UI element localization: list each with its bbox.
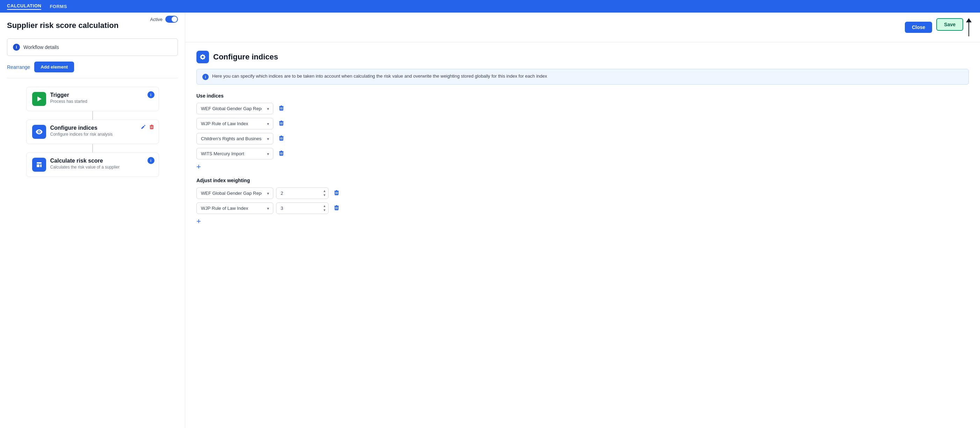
use-indices-title: Use indices — [196, 93, 969, 99]
nav-forms[interactable]: FORMS — [49, 4, 67, 9]
add-element-button[interactable]: Add element — [34, 62, 74, 72]
index-row-2: WEF Global Gender Gap Report WJP Rule of… — [196, 118, 969, 129]
weight-down-2[interactable]: ▼ — [322, 208, 327, 212]
main-layout: Supplier risk score calculation Active i… — [0, 13, 980, 428]
info-banner-text: Here you can specify which indices are t… — [212, 73, 547, 79]
weight-spinner-2: ▲ ▼ — [322, 204, 327, 212]
add-index-button[interactable]: + — [196, 163, 201, 171]
workflow-info-icon: i — [13, 44, 20, 51]
step-calculate: Calculate risk score Calculates the risk… — [26, 152, 159, 177]
close-button[interactable]: Close — [905, 22, 932, 33]
index-row-3: WEF Global Gender Gap Report WJP Rule of… — [196, 133, 969, 144]
active-label: Active — [150, 17, 162, 22]
index-row-1: WEF Global Gender Gap Report WJP Rule of… — [196, 103, 969, 114]
weight-input-2[interactable] — [276, 203, 329, 214]
right-content: Configure indices i Here you can specify… — [185, 42, 980, 241]
index-row-4: WEF Global Gender Gap Report WJP Rule of… — [196, 148, 969, 160]
trigger-info-icon[interactable]: i — [148, 91, 154, 98]
index-select-3[interactable]: WEF Global Gender Gap Report WJP Rule of… — [196, 133, 273, 144]
configure-actions — [140, 124, 154, 131]
weight-up-1[interactable]: ▲ — [322, 189, 327, 193]
configure-title: Configure indices — [50, 125, 153, 131]
weight-select-wrapper-2: WEF Global Gender Gap Report WJP Rule of… — [196, 203, 273, 214]
index-select-2[interactable]: WEF Global Gender Gap Report WJP Rule of… — [196, 118, 273, 129]
connector-1 — [92, 111, 93, 120]
weight-down-1[interactable]: ▼ — [322, 193, 327, 197]
weight-select-1[interactable]: WEF Global Gender Gap Report WJP Rule of… — [196, 187, 273, 199]
index-select-wrapper-2: WEF Global Gender Gap Report WJP Rule of… — [196, 118, 273, 129]
workflow-details-box[interactable]: i Workflow details — [7, 38, 178, 56]
weight-delete-1[interactable] — [331, 188, 342, 198]
nav-calculation[interactable]: CALCULATION — [7, 3, 41, 10]
calculate-icon — [32, 158, 46, 172]
step-trigger: Trigger Process has started i — [26, 87, 159, 111]
right-header: Close Save — [185, 13, 980, 42]
calculate-info-icon[interactable]: i — [148, 157, 154, 164]
index-delete-1[interactable] — [276, 104, 286, 113]
connector-2 — [92, 144, 93, 152]
weight-input-wrapper-2: ▲ ▼ — [276, 203, 329, 214]
info-banner: i Here you can specify which indices are… — [196, 69, 969, 85]
weight-up-2[interactable]: ▲ — [322, 204, 327, 208]
add-index-row: + — [196, 163, 969, 171]
configure-title-icon — [196, 51, 209, 63]
weight-row-1: WEF Global Gender Gap Report WJP Rule of… — [196, 187, 969, 199]
index-select-wrapper-3: WEF Global Gender Gap Report WJP Rule of… — [196, 133, 273, 144]
top-nav: CALCULATION FORMS — [0, 0, 980, 13]
workflow-details-text: Workflow details — [24, 45, 59, 50]
configure-delete-icon[interactable] — [149, 124, 154, 131]
weight-input-1[interactable] — [276, 187, 329, 199]
save-arrow-indicator — [966, 18, 972, 37]
active-toggle[interactable] — [165, 16, 178, 23]
weight-delete-2[interactable] — [331, 203, 342, 213]
step-configure: Configure indices Configure indices for … — [26, 120, 159, 144]
index-select-1[interactable]: WEF Global Gender Gap Report WJP Rule of… — [196, 103, 273, 114]
trigger-title: Trigger — [50, 92, 153, 98]
calculate-title: Calculate risk score — [50, 158, 153, 164]
add-weighting-button[interactable]: + — [196, 217, 201, 225]
weight-select-wrapper-1: WEF Global Gender Gap Report WJP Rule of… — [196, 187, 273, 199]
info-banner-icon: i — [202, 74, 208, 80]
left-panel: Supplier risk score calculation Active i… — [0, 13, 185, 428]
svg-marker-0 — [37, 96, 41, 101]
right-panel: Close Save Configure indices — [185, 13, 980, 428]
adjust-weighting-title: Adjust index weighting — [196, 177, 969, 183]
index-delete-4[interactable] — [276, 149, 286, 159]
indices-container: WEF Global Gender Gap Report WJP Rule of… — [196, 103, 969, 160]
actions-row: Rearrange Add element — [7, 62, 178, 78]
save-button[interactable]: Save — [936, 18, 963, 31]
configure-edit-icon[interactable] — [140, 124, 146, 131]
calculate-content: Calculate risk score Calculates the risk… — [50, 158, 153, 169]
active-row: Active — [150, 16, 178, 23]
index-select-wrapper-4: WEF Global Gender Gap Report WJP Rule of… — [196, 148, 273, 160]
workflow-steps: Trigger Process has started i Configur — [7, 87, 178, 177]
weight-spinner-1: ▲ ▼ — [322, 189, 327, 197]
trigger-subtitle: Process has started — [50, 99, 153, 104]
page-title: Supplier risk score calculation — [7, 21, 118, 30]
weight-row-2: WEF Global Gender Gap Report WJP Rule of… — [196, 203, 969, 214]
weight-input-wrapper-1: ▲ ▼ — [276, 187, 329, 199]
configure-subtitle: Configure indices for risk analysis — [50, 132, 153, 137]
weight-select-2[interactable]: WEF Global Gender Gap Report WJP Rule of… — [196, 203, 273, 214]
configure-icon — [32, 125, 46, 139]
add-weighting-row: + — [196, 217, 969, 225]
index-delete-3[interactable] — [276, 134, 286, 144]
index-select-4[interactable]: WEF Global Gender Gap Report WJP Rule of… — [196, 148, 273, 160]
trigger-actions: i — [148, 91, 154, 98]
trigger-content: Trigger Process has started — [50, 92, 153, 104]
rearrange-button[interactable]: Rearrange — [7, 62, 30, 72]
index-select-wrapper-1: WEF Global Gender Gap Report WJP Rule of… — [196, 103, 273, 114]
calculate-actions: i — [148, 157, 154, 164]
configure-content: Configure indices Configure indices for … — [50, 125, 153, 137]
index-delete-2[interactable] — [276, 118, 286, 129]
configure-indices-title: Configure indices — [196, 51, 969, 63]
calculate-subtitle: Calculates the risk value of a supplier — [50, 165, 153, 169]
trigger-icon — [32, 92, 46, 106]
